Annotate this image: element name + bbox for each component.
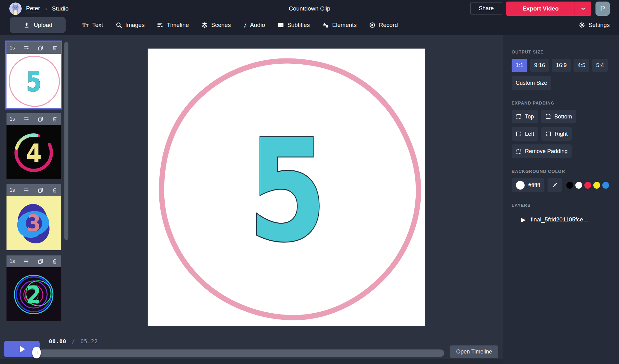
swatch-white[interactable] (575, 182, 582, 189)
duplicate-icon[interactable] (38, 187, 43, 193)
open-timeline-button[interactable]: Open Timeline (450, 345, 498, 358)
trash-icon[interactable] (52, 187, 58, 193)
scene-duration: 1s (10, 187, 15, 193)
pad-right-icon (545, 131, 552, 137)
trash-icon[interactable] (52, 45, 58, 51)
duplicate-icon[interactable] (38, 45, 43, 51)
seek-handle[interactable] (32, 347, 41, 358)
timeline-icon[interactable] (24, 116, 29, 122)
export-video-button[interactable]: Export Video (506, 2, 591, 16)
header-actions: Share Export Video P (470, 2, 610, 16)
video-canvas[interactable] (148, 49, 425, 326)
remove-padding-label: Remove Padding (525, 148, 568, 155)
background-color-label: BACKGROUND COLOR (512, 169, 610, 174)
swatch-red[interactable] (584, 182, 591, 189)
remove-padding-icon (516, 148, 522, 155)
tab-scenes[interactable]: Scenes (201, 22, 231, 28)
tab-elements[interactable]: Elements (322, 22, 357, 28)
tab-label: Audio (250, 22, 265, 28)
pad-top-button[interactable]: Top (512, 110, 538, 123)
padding-row-1: Top Bottom (512, 110, 610, 123)
workspace: 1s (0, 35, 503, 364)
pad-bottom-label: Bottom (554, 113, 572, 120)
scene-thumbnail-4[interactable]: 1s (6, 113, 61, 179)
trash-icon[interactable] (52, 259, 58, 264)
tab-audio[interactable]: ♪ Audio (243, 22, 265, 28)
svg-text:T: T (82, 22, 86, 28)
chevron-down-icon (580, 6, 586, 12)
export-dropdown-toggle[interactable] (575, 6, 591, 12)
pad-bottom-button[interactable]: Bottom (541, 110, 576, 123)
swatch-yellow[interactable] (593, 182, 600, 189)
tab-label: Record (379, 22, 398, 28)
scenes-scrollbar[interactable] (64, 42, 68, 240)
share-button[interactable]: Share (470, 2, 502, 15)
settings-label: Settings (588, 22, 610, 28)
tab-text[interactable]: T T Text (82, 22, 103, 28)
ratio-4-5-button[interactable]: 4:5 (574, 59, 589, 72)
duplicate-icon[interactable] (38, 259, 43, 264)
scene-duration: 1s (10, 259, 15, 264)
background-color-button[interactable]: #ffffff (512, 178, 544, 192)
ratio-16-9-button[interactable]: 16:9 (552, 59, 571, 72)
shapes-icon (322, 22, 329, 28)
tab-label: Timeline (167, 22, 189, 28)
toolbar-tabs: T T Text Images (82, 22, 398, 28)
cat-avatar-icon (9, 2, 22, 15)
tab-images[interactable]: Images (115, 22, 145, 28)
layers-label: LAYERS (512, 203, 610, 208)
custom-size-button[interactable]: Custom Size (512, 76, 551, 90)
search-icon (115, 22, 122, 28)
swatch-black[interactable] (566, 182, 573, 189)
workspace-avatar[interactable] (9, 2, 22, 15)
subtitles-icon (277, 22, 284, 28)
scene-thumbnail-2[interactable]: 1s (6, 255, 61, 321)
tab-subtitles[interactable]: Subtitles (277, 22, 310, 28)
tab-timeline[interactable]: Timeline (157, 22, 189, 28)
settings-button[interactable]: Settings (578, 22, 610, 28)
tab-label: Text (92, 22, 103, 28)
scene-thumb-header: 1s (6, 42, 61, 54)
export-video-label: Export Video (506, 5, 575, 12)
breadcrumb: Peter › Studio (9, 2, 69, 15)
scene-artwork-5 (6, 54, 61, 108)
seek-track[interactable] (38, 349, 444, 357)
top-bar: Peter › Studio Countdown Clip Share Expo… (0, 0, 619, 17)
trash-icon[interactable] (52, 116, 58, 122)
breadcrumb-page: Studio (52, 5, 69, 12)
tab-record[interactable]: Record (369, 22, 398, 28)
pad-left-icon (516, 131, 522, 137)
layer-item[interactable]: ▶ final_5fdd201105fce... (521, 216, 610, 223)
layer-play-icon: ▶ (521, 216, 526, 223)
timeline-icon[interactable] (24, 45, 29, 51)
breadcrumb-user-link[interactable]: Peter (26, 5, 40, 12)
scene-thumbnail-3[interactable]: 1s (6, 184, 61, 250)
swatch-blue[interactable] (602, 182, 609, 189)
scene-artwork-2 (6, 267, 61, 321)
upload-button[interactable]: Upload (10, 17, 66, 33)
time-display: 00.00 / 05.22 (49, 338, 98, 345)
tab-label: Images (125, 22, 145, 28)
scenes-rail: 1s (0, 35, 69, 334)
ratio-1-1-button[interactable]: 1:1 (512, 59, 527, 72)
account-avatar[interactable]: P (595, 2, 610, 16)
pad-right-button[interactable]: Right (541, 127, 572, 141)
pad-bottom-icon (545, 113, 551, 120)
pad-left-button[interactable]: Left (512, 127, 538, 141)
eyedropper-icon (551, 182, 558, 189)
timeline-icon[interactable] (24, 259, 29, 264)
timeline-icon (157, 22, 164, 28)
scene-artwork-4 (6, 125, 61, 179)
layer-name: final_5fdd201105fce... (530, 216, 588, 223)
eyedropper-button[interactable] (548, 178, 562, 192)
ratio-5-4-button[interactable]: 5:4 (592, 59, 608, 72)
music-note-icon: ♪ (243, 22, 247, 28)
properties-panel: OUTPUT SIZE 1:1 9:16 16:9 4:5 5:4 Custom… (503, 35, 619, 364)
ratio-9-16-button[interactable]: 9:16 (530, 59, 549, 72)
scene-thumbnail-5[interactable]: 1s (6, 42, 61, 108)
duplicate-icon[interactable] (38, 116, 43, 122)
remove-padding-button[interactable]: Remove Padding (512, 144, 572, 158)
ratio-buttons: 1:1 9:16 16:9 4:5 5:4 (512, 59, 610, 72)
timeline-icon[interactable] (24, 187, 29, 193)
playbar: 00.00 / 05.22 Open Timeline (0, 334, 503, 364)
